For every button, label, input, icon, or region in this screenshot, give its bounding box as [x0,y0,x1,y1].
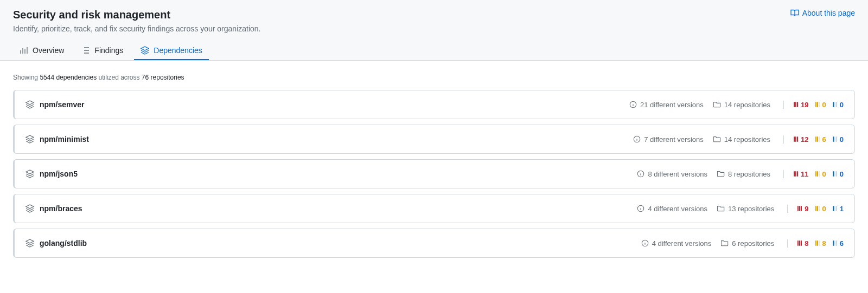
package-icon [25,135,34,144]
severity-low: 1 [833,205,844,213]
info-icon [633,135,641,143]
title-block: Security and risk management Identify, p… [13,9,261,42]
book-icon [790,9,799,17]
versions-meta: 21 different versions [629,101,704,109]
severity-high: 8 [797,239,808,248]
severity-block: 12 6 0 [783,135,844,144]
severity-block: 9 0 1 [787,205,844,213]
severity-medium: 0 [815,170,826,178]
versions-meta: 7 different versions [633,135,704,144]
tab-overview[interactable]: Overview [13,42,71,60]
package-icon [25,170,34,178]
content-area: Showing 5544 dependencies utilized acros… [0,61,868,271]
package-icon [25,239,34,248]
dependency-row[interactable]: npm/json5 8 different versions 8 reposit… [13,159,855,188]
versions-meta: 4 different versions [641,239,712,248]
dependency-row[interactable]: npm/minimist 7 different versions 14 rep… [13,125,855,154]
versions-meta: 8 different versions [637,170,707,178]
tab-findings[interactable]: Findings [75,42,130,60]
dependency-name: golang/stdlib [40,239,87,248]
tab-label: Findings [94,46,123,55]
versions-meta: 4 different versions [637,205,707,213]
page-subtitle: Identify, prioritize, track, and fix sec… [13,24,261,33]
severity-low: 0 [833,170,844,178]
graph-icon [20,46,28,55]
severity-block: 11 0 0 [783,170,844,178]
about-page-link[interactable]: About this page [790,9,855,17]
severity-medium: 8 [815,239,826,248]
stack-icon [141,46,149,55]
dependency-name: npm/json5 [40,170,78,178]
tab-bar: Overview Findings Dependencies [13,42,855,60]
tab-label: Dependencies [154,46,202,55]
page-title: Security and risk management [13,9,261,21]
dependency-name: npm/braces [40,204,82,213]
about-page-label: About this page [802,9,855,17]
severity-block: 19 0 0 [783,101,844,109]
severity-high: 12 [794,135,808,144]
dependency-name: npm/minimist [40,135,89,144]
repos-meta: 6 repositories [721,239,774,248]
repos-meta: 8 repositories [717,170,770,178]
severity-high: 9 [797,205,808,213]
severity-medium: 6 [815,135,826,144]
severity-low: 0 [833,135,844,144]
tab-dependencies[interactable]: Dependencies [134,42,209,60]
dependency-row[interactable]: npm/braces 4 different versions 13 repos… [13,194,855,223]
dependency-row[interactable]: golang/stdlib 4 different versions 6 rep… [13,229,855,258]
severity-block: 8 8 6 [787,239,844,248]
info-icon [629,101,637,108]
folder-icon [717,205,725,212]
folder-icon [721,239,729,247]
severity-high: 19 [794,101,808,109]
severity-low: 6 [833,239,844,248]
summary-line: Showing 5544 dependencies utilized acros… [13,74,855,81]
severity-low: 0 [833,101,844,109]
repos-meta: 14 repositories [713,101,770,109]
package-icon [25,100,34,109]
severity-medium: 0 [815,205,826,213]
info-icon [637,170,644,178]
dependency-row[interactable]: npm/semver 21 different versions 14 repo… [13,90,855,119]
dependency-list: npm/semver 21 different versions 14 repo… [13,90,855,258]
severity-high: 11 [794,170,808,178]
package-icon [25,204,34,213]
tab-label: Overview [33,46,64,55]
severity-medium: 0 [815,101,826,109]
repos-meta: 13 repositories [717,205,774,213]
list-icon [81,46,90,55]
page-header: Security and risk management Identify, p… [0,0,868,61]
repos-meta: 14 repositories [713,135,770,144]
info-icon [637,205,644,212]
dependency-name: npm/semver [40,100,84,109]
folder-icon [713,101,721,108]
folder-icon [713,135,721,143]
info-icon [641,239,649,247]
folder-icon [717,170,725,178]
